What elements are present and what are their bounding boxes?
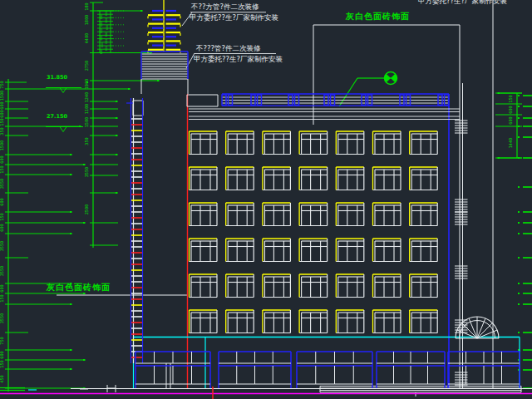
level-marker-27150: 27.150 (47, 113, 67, 120)
svg-text:600: 600 (106, 46, 109, 51)
svg-text:450: 450 (0, 375, 4, 382)
svg-text:2500: 2500 (84, 204, 89, 215)
svg-text:600: 600 (0, 198, 4, 205)
svg-text:600: 600 (101, 36, 104, 41)
svg-text:600: 600 (101, 49, 104, 54)
svg-text:150: 150 (0, 118, 4, 126)
svg-text:3550: 3550 (84, 167, 89, 178)
svg-text:1500: 1500 (0, 140, 4, 151)
svg-text:2750: 2750 (84, 61, 89, 71)
svg-text:600: 600 (0, 101, 4, 109)
detail-bubble (385, 72, 397, 85)
svg-text:1100: 1100 (84, 104, 89, 115)
svg-text:3550: 3550 (0, 313, 4, 324)
annotation-2-line-2: 甲方委托??生?厂家制作安装 (194, 56, 283, 63)
facade-finish-label-top: 灰白色面砖饰面 (346, 12, 410, 21)
rooftop-tower (141, 0, 188, 79)
annotation-2-line-1: 不???管?件二次装修 (196, 45, 261, 52)
svg-text:600: 600 (106, 25, 109, 30)
svg-text:600: 600 (101, 42, 104, 47)
svg-text:1800: 1800 (84, 15, 89, 26)
svg-text:3550: 3550 (0, 266, 4, 277)
svg-text:750: 750 (0, 337, 4, 344)
svg-text:150: 150 (0, 165, 4, 173)
annotation-1-line-2: 甲方委托??生?厂家制作安装 (190, 14, 278, 22)
svg-text:1500: 1500 (0, 91, 4, 101)
svg-text:1500: 1500 (84, 117, 89, 128)
svg-text:600: 600 (101, 28, 104, 33)
svg-text:600: 600 (106, 32, 109, 37)
svg-text:600: 600 (0, 110, 4, 117)
svg-text:600: 600 (101, 22, 104, 27)
svg-text:600: 600 (508, 106, 513, 113)
flagpole (455, 121, 468, 385)
svg-text:1240: 1240 (84, 92, 89, 103)
building-facade (189, 94, 460, 333)
svg-text:3550: 3550 (0, 179, 4, 190)
svg-text:350: 350 (84, 137, 89, 145)
svg-text:1440: 1440 (508, 138, 513, 149)
svg-text:150: 150 (0, 360, 4, 367)
annotation-1-line-1: 不??方管?件二次装修 (191, 3, 259, 11)
svg-text:750: 750 (0, 81, 4, 88)
svg-text:600: 600 (0, 224, 4, 231)
svg-text:180: 180 (84, 2, 89, 10)
svg-text:600: 600 (0, 351, 4, 358)
svg-text:600: 600 (106, 39, 109, 44)
svg-text:4400: 4400 (84, 33, 89, 44)
cad-elevation-canvas: 7501500600600150350150060015035506001506… (0, 0, 532, 399)
svg-text:600: 600 (0, 155, 4, 163)
svg-text:150: 150 (0, 213, 4, 220)
svg-text:600: 600 (106, 11, 109, 16)
svg-text:350: 350 (0, 127, 4, 135)
facade-finish-label-left: 灰白色面砖饰面 (47, 283, 111, 292)
left-ladder-tower (131, 98, 143, 363)
svg-text:600: 600 (508, 116, 513, 124)
svg-text:600: 600 (101, 14, 104, 19)
annotation-3: 甲方委托??生?厂家制作安装 (418, 0, 507, 5)
level-marker-31850: 31.850 (47, 74, 67, 81)
svg-text:1900: 1900 (84, 79, 89, 90)
svg-text:600: 600 (106, 18, 109, 23)
svg-text:150: 150 (0, 294, 4, 302)
svg-text:150: 150 (508, 95, 513, 102)
svg-text:600: 600 (0, 284, 4, 292)
svg-text:3550: 3550 (0, 241, 4, 252)
